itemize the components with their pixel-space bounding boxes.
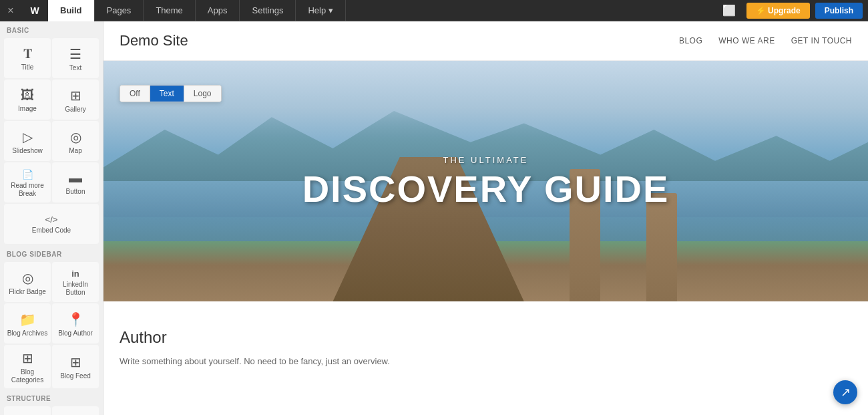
close-button[interactable]: × xyxy=(0,0,21,21)
top-nav: × W Build Pages Theme Apps Settings Help… xyxy=(0,0,868,21)
slideshow-label: Slideshow xyxy=(12,147,43,155)
nav-link-blog[interactable]: BLOG xyxy=(679,36,702,45)
author-section: Author Write something about yourself. N… xyxy=(120,328,852,369)
blogarchives-icon: 📁 xyxy=(19,311,36,327)
flickr-icon: ◎ xyxy=(22,270,33,286)
weebly-logo: W xyxy=(21,0,48,21)
image-label: Image xyxy=(18,105,37,113)
flickr-label: Flickr Badge xyxy=(9,288,46,296)
blogauthor-icon: 📍 xyxy=(67,311,84,327)
main-layout: BASIC 𝐓 Title ☰ Text 🖼 Image ⊞ Gallery ▷… xyxy=(0,21,868,415)
sidebar-item-spacer[interactable]: ⊡ Spacer xyxy=(52,406,99,415)
blogcategories-icon: ⊞ xyxy=(22,350,33,366)
embedcode-label: Embed Code xyxy=(32,227,71,235)
section-blogsidebar-label: BLOG SIDEBAR xyxy=(0,245,103,261)
sidebar-item-map[interactable]: ◎ Map xyxy=(52,121,99,161)
sidebar: BASIC 𝐓 Title ☰ Text 🖼 Image ⊞ Gallery ▷… xyxy=(0,21,103,415)
nav-link-get-in-touch[interactable]: GET IN TOUCH xyxy=(791,36,852,45)
site-logo: Demo Site xyxy=(120,32,188,49)
sidebar-item-text[interactable]: ☰ Text xyxy=(52,38,99,78)
sidebar-item-blogcategories[interactable]: ⊞ Blog Categories xyxy=(4,345,51,388)
blogauthor-label: Blog Author xyxy=(58,329,93,337)
nav-theme[interactable]: Theme xyxy=(144,0,195,21)
toggle-off[interactable]: Off xyxy=(120,86,150,102)
sidebar-item-title[interactable]: 𝐓 Title xyxy=(4,38,51,78)
slideshow-icon: ▷ xyxy=(23,129,33,145)
gallery-icon: ⊞ xyxy=(70,88,81,104)
sidebar-item-image[interactable]: 🖼 Image xyxy=(4,80,51,120)
title-label: Title xyxy=(21,63,34,72)
content-area: Demo Site BLOG WHO WE ARE GET IN TOUCH O… xyxy=(103,21,868,415)
blogfeed-icon: ⊞ xyxy=(70,354,81,370)
readmore-label: Read more Break xyxy=(7,182,48,198)
hero-text: THE ULTIMATE DISCOVERY GUIDE xyxy=(302,155,670,208)
nav-help[interactable]: Help ▾ xyxy=(296,0,345,21)
nav-apps[interactable]: Apps xyxy=(196,0,240,21)
site-nav: BLOG WHO WE ARE GET IN TOUCH xyxy=(679,36,852,45)
button-label: Button xyxy=(66,188,85,196)
basic-grid: 𝐓 Title ☰ Text 🖼 Image ⊞ Gallery ▷ Slide… xyxy=(0,37,103,245)
hero-title: DISCOVERY GUIDE xyxy=(302,170,670,208)
upgrade-button[interactable]: ⚡ Upgrade xyxy=(746,3,810,19)
sidebar-item-slideshow[interactable]: ▷ Slideshow xyxy=(4,121,51,161)
nav-pages[interactable]: Pages xyxy=(95,0,144,21)
blogsidebar-grid: ◎ Flickr Badge in LinkedIn Button 📁 Blog… xyxy=(0,261,103,390)
section-basic-label: BASIC xyxy=(0,21,103,37)
embedcode-icon: </> xyxy=(45,215,58,225)
structure-grid: ↔ Divider ⊡ Spacer xyxy=(0,405,103,415)
section-structure-label: STRUCTURE xyxy=(0,390,103,405)
linkedin-label: LinkedIn Button xyxy=(55,281,96,297)
nav-link-who-we-are[interactable]: WHO WE ARE xyxy=(718,36,775,45)
linkedin-icon: in xyxy=(71,269,79,279)
bottom-section: Author Write something about yourself. N… xyxy=(103,301,868,396)
button-icon: ▬ xyxy=(69,170,82,186)
device-toggle-button[interactable]: ⬜ xyxy=(717,1,741,19)
blogcategories-label: Blog Categories xyxy=(7,368,48,384)
site-header: Demo Site BLOG WHO WE ARE GET IN TOUCH O… xyxy=(103,21,868,61)
toggle-popup: Off Text Logo xyxy=(120,85,222,102)
title-icon: 𝐓 xyxy=(23,46,32,61)
map-label: Map xyxy=(69,147,81,155)
toggle-text[interactable]: Text xyxy=(150,86,184,102)
site-preview: Demo Site BLOG WHO WE ARE GET IN TOUCH O… xyxy=(103,21,868,415)
map-icon: ◎ xyxy=(70,129,81,145)
sidebar-item-blogfeed[interactable]: ⊞ Blog Feed xyxy=(52,345,99,388)
sidebar-item-gallery[interactable]: ⊞ Gallery xyxy=(52,80,99,120)
sidebar-item-readmore[interactable]: 📄 Read more Break xyxy=(4,162,51,202)
sidebar-item-blogarchives[interactable]: 📁 Blog Archives xyxy=(4,303,51,343)
nav-items: Build Pages Theme Apps Settings Help ▾ xyxy=(48,0,346,21)
hero-subtitle: THE ULTIMATE xyxy=(302,155,670,165)
text-icon: ☰ xyxy=(69,46,81,62)
sidebar-item-embedcode[interactable]: </> Embed Code xyxy=(4,204,99,244)
author-text: Write something about yourself. No need … xyxy=(120,355,852,369)
help-circle-button[interactable]: ↗ xyxy=(833,380,857,404)
publish-button[interactable]: Publish xyxy=(815,3,863,19)
image-icon: 🖼 xyxy=(21,88,34,103)
gallery-label: Gallery xyxy=(65,106,86,114)
sidebar-item-linkedin[interactable]: in LinkedIn Button xyxy=(52,262,99,302)
nav-settings[interactable]: Settings xyxy=(240,0,296,21)
nav-right: ⬜ ⚡ Upgrade Publish xyxy=(717,1,868,19)
sidebar-item-button[interactable]: ▬ Button xyxy=(52,162,99,202)
text-label: Text xyxy=(69,64,81,72)
sidebar-item-divider[interactable]: ↔ Divider xyxy=(4,406,51,415)
author-title: Author xyxy=(120,328,852,347)
toggle-logo[interactable]: Logo xyxy=(184,86,221,102)
blogarchives-label: Blog Archives xyxy=(7,329,48,337)
sidebar-item-flickr[interactable]: ◎ Flickr Badge xyxy=(4,262,51,302)
nav-build[interactable]: Build xyxy=(48,0,95,21)
nav-left: × W Build Pages Theme Apps Settings Help… xyxy=(0,0,346,21)
blogfeed-label: Blog Feed xyxy=(60,372,91,380)
sidebar-item-blogauthor[interactable]: 📍 Blog Author xyxy=(52,303,99,343)
readmore-icon: 📄 xyxy=(22,169,33,180)
